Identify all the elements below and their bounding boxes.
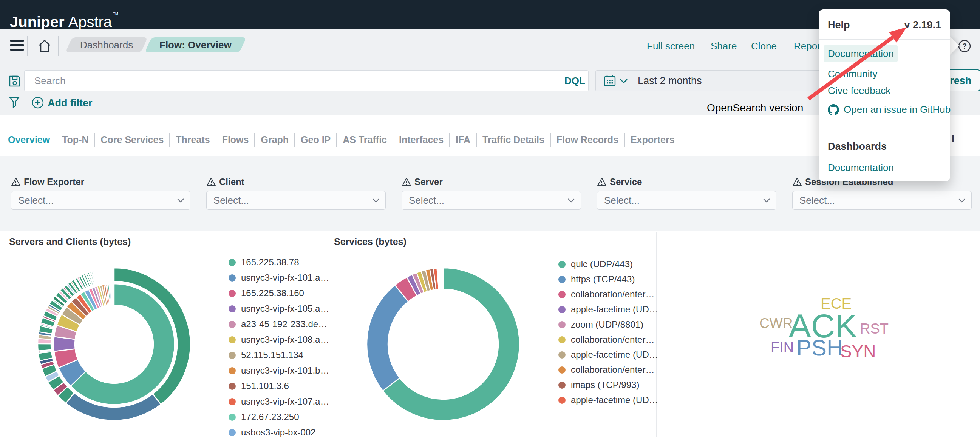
client-select[interactable]: Select... (206, 191, 386, 210)
tab-exporters[interactable]: Exporters (624, 133, 681, 147)
github-issue-label: Open an issue in GitHub (844, 104, 951, 116)
tagcloud-word-syn[interactable]: SYN (840, 343, 876, 360)
tab-flow-records[interactable]: Flow Records (550, 133, 624, 147)
breadcrumb-tab-flow-overview[interactable]: Flow: Overview (145, 37, 246, 52)
chart-title-services: Services (bytes) (334, 236, 407, 247)
query-language-dql[interactable]: DQL (565, 75, 585, 87)
breadcrumb-tab-label: Dashboards (80, 37, 133, 52)
legend-color-dot (229, 290, 236, 297)
tab-ifa[interactable]: IFA (449, 133, 476, 147)
legend-item[interactable]: usnyc3-vip-fx-108.a… (229, 335, 329, 344)
legend-label: apple-facetime (UD… (571, 395, 658, 405)
legend-label: 172.67.23.250 (241, 412, 299, 422)
flow-section-tabs: Overview Top-N Core Services Threats Flo… (8, 133, 681, 147)
legend-color-dot (558, 336, 566, 344)
legend-item[interactable]: 151.101.3.6 (229, 382, 329, 391)
server-select[interactable]: Select... (402, 191, 581, 210)
legend-item[interactable]: collaboration/enter… (558, 290, 658, 299)
filter-label-row: Server (402, 177, 443, 187)
legend-label: 151.101.3.6 (241, 381, 289, 391)
legend-item[interactable]: 52.115.151.134 (229, 351, 329, 359)
legend-item[interactable]: zoom (UDP/8801) (558, 320, 658, 329)
legend-color-dot (229, 305, 236, 312)
share-button[interactable]: Share (711, 40, 737, 52)
legend-item[interactable]: collaboration/enter… (558, 335, 658, 344)
legend-item[interactable]: usnyc3-vip-fx-101.b… (229, 366, 329, 375)
select-placeholder: Select... (18, 191, 54, 209)
tab-top-n[interactable]: Top-N (56, 133, 94, 147)
tab-graph[interactable]: Graph (254, 133, 294, 147)
legend-label: apple-facetime (UD… (571, 350, 658, 360)
legend-item[interactable]: collaboration/enter… (558, 365, 658, 374)
chevron-down-icon (568, 198, 574, 203)
legend-item[interactable]: a23-45-192-233.de… (229, 320, 329, 329)
help-link-github-issue[interactable]: Open an issue in GitHub (828, 104, 951, 116)
session-established-select[interactable]: Select... (792, 191, 972, 210)
service-select[interactable]: Select... (597, 191, 776, 210)
legend-color-dot (229, 274, 236, 282)
time-range-value[interactable]: Last 2 months (638, 70, 702, 91)
filter-client: Client Select... (206, 156, 386, 231)
tab-geo-ip[interactable]: Geo IP (294, 133, 336, 147)
legend-item[interactable]: usnyc3-vip-fx-105.a… (229, 304, 329, 313)
legend-label: 165.225.38.78 (241, 257, 299, 268)
warning-triangle-icon (597, 177, 607, 187)
select-placeholder: Select... (604, 191, 640, 209)
tab-as-traffic[interactable]: AS Traffic (336, 133, 393, 147)
add-plus-circle-icon[interactable] (32, 97, 44, 109)
tab-traffic-details[interactable]: Traffic Details (476, 133, 550, 147)
tab-interfaces[interactable]: Interfaces (393, 133, 449, 147)
calendar-chevron-down-icon[interactable] (620, 79, 628, 84)
tagcloud-word-cwr[interactable]: CWR (759, 316, 792, 330)
legend-item[interactable]: apple-facetime (UD… (558, 350, 658, 359)
legend-color-dot (229, 413, 236, 421)
tagcloud-word-psh[interactable]: PSH (796, 337, 843, 359)
tab-overview[interactable]: Overview (8, 133, 56, 147)
reporting-button-clipped[interactable]: Repor (794, 40, 821, 52)
menu-hamburger-icon[interactable] (10, 39, 24, 52)
breadcrumb-tab-dashboards[interactable]: Dashboards (65, 37, 148, 52)
legend-item[interactable]: 165.225.38.160 (229, 289, 329, 298)
legend-color-dot (229, 336, 236, 344)
legend-item[interactable]: apple-facetime (UD… (558, 305, 658, 314)
toolbar-separator (27, 36, 28, 56)
github-icon (828, 104, 839, 116)
filter-funnel-icon[interactable] (9, 97, 20, 109)
legend-item[interactable]: usnyc3-vip-fx-101.a… (229, 273, 329, 282)
legend-servers-clients: 165.225.38.78 usnyc3-vip-fx-101.a… 165.2… (229, 258, 329, 437)
legend-item[interactable]: imaps (TCP/993) (558, 380, 658, 390)
tab-flows[interactable]: Flows (216, 133, 255, 147)
legend-label: 52.115.151.134 (241, 350, 303, 360)
search-input[interactable] (24, 70, 589, 91)
clone-button[interactable]: Clone (751, 40, 777, 52)
legend-item[interactable]: 165.225.38.78 (229, 258, 329, 267)
full-screen-button[interactable]: Full screen (647, 40, 695, 52)
tab-core-services[interactable]: Core Services (94, 133, 170, 147)
legend-item[interactable]: usbos3-vip-bx-002 (229, 428, 329, 437)
legend-color-dot (229, 429, 236, 436)
home-icon[interactable] (38, 39, 51, 53)
filter-flow-exporter: Flow Exporter Select... (11, 156, 191, 231)
save-query-icon[interactable] (8, 75, 21, 87)
legend-color-dot (558, 382, 566, 389)
legend-item[interactable]: quic (UDP/443) (558, 260, 658, 269)
time-picker-separator (636, 71, 636, 91)
legend-label: usnyc3-vip-fx-101.a… (241, 272, 329, 283)
tagcloud-word-fin[interactable]: FIN (771, 340, 794, 355)
dashboards-link-documentation[interactable]: Documentation (828, 162, 894, 173)
help-link-community[interactable]: Community (828, 68, 877, 80)
help-link-documentation[interactable]: Documentation (828, 48, 894, 59)
help-question-icon[interactable]: ? (958, 40, 971, 52)
add-filter-button[interactable]: Add filter (48, 97, 92, 109)
chevron-down-icon (177, 198, 184, 203)
tab-threats[interactable]: Threats (169, 133, 215, 147)
help-link-give-feedback[interactable]: Give feedback (828, 85, 891, 96)
legend-item[interactable]: usnyc3-vip-fx-107.a… (229, 397, 329, 406)
filter-label-row: Client (206, 177, 245, 187)
calendar-icon[interactable] (604, 75, 616, 87)
tagcloud-word-rst[interactable]: RST (860, 321, 889, 336)
legend-item[interactable]: apple-facetime (UD… (558, 396, 658, 405)
legend-item[interactable]: https (TCP/443) (558, 275, 658, 284)
flow-exporter-select[interactable]: Select... (11, 191, 191, 210)
legend-item[interactable]: 172.67.23.250 (229, 412, 329, 421)
